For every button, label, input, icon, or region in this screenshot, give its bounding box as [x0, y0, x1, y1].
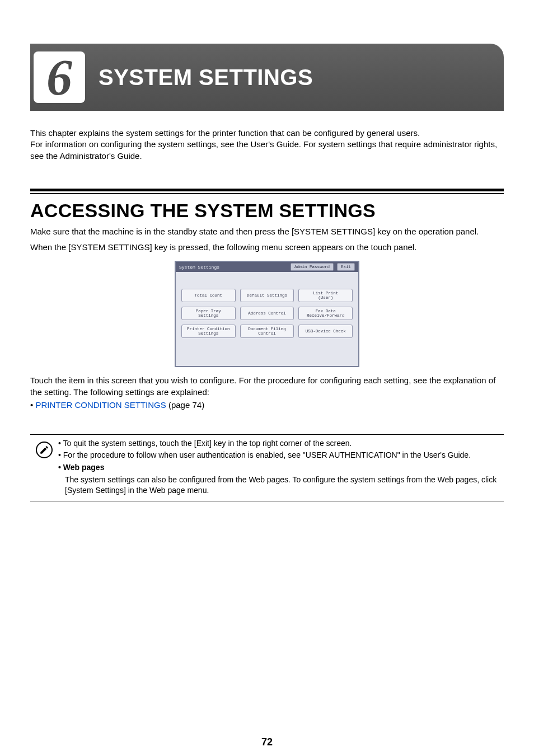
panel-header: System Settings Admin Password Exit — [176, 262, 358, 272]
note-bottom-rule — [30, 501, 504, 501]
intro-paragraph-1: This chapter explains the system setting… — [30, 128, 504, 139]
after-panel-paragraph: Touch the item in this screen that you w… — [30, 375, 504, 398]
link-page-ref: (page 74) — [166, 400, 204, 410]
panel-header-title: System Settings — [179, 265, 219, 270]
section-divider — [30, 189, 504, 194]
exit-button[interactable]: Exit — [337, 263, 355, 271]
note-icon — [36, 442, 53, 458]
bullet-line: • PRINTER CONDITION SETTINGS (page 74) — [30, 400, 504, 410]
section-paragraph-1: Make sure that the machine is in the sta… — [30, 226, 504, 237]
panel-button-total-count[interactable]: Total Count — [181, 289, 236, 302]
page-number: 72 — [30, 736, 504, 748]
note-box: • To quit the system settings, touch the… — [30, 434, 504, 501]
panel-button-document-filing[interactable]: Document FilingControl — [240, 325, 294, 338]
chapter-number: 6 — [46, 51, 72, 103]
note-bullet-1: • To quit the system settings, touch the… — [58, 438, 504, 449]
touch-panel-figure: System Settings Admin Password Exit Tota… — [175, 261, 359, 367]
note-bullet-2: • For the procedure to follow when user … — [58, 450, 504, 461]
panel-button-usb-device-check[interactable]: USB-Device Check — [298, 325, 353, 338]
printer-condition-link[interactable]: PRINTER CONDITION SETTINGS — [35, 400, 166, 410]
panel-button-printer-condition[interactable]: Printer ConditionSettings — [181, 325, 236, 338]
panel-button-list-print[interactable]: List Print(User) — [298, 289, 353, 302]
panel-button-address-control[interactable]: Address Control — [240, 307, 294, 320]
intro-block: This chapter explains the system setting… — [30, 128, 504, 162]
chapter-number-box: 6 — [34, 51, 85, 103]
admin-password-button[interactable]: Admin Password — [291, 263, 334, 271]
intro-paragraph-2: For information on configuring the syste… — [30, 139, 504, 162]
section-paragraph-2: When the [SYSTEM SETTINGS] key is presse… — [30, 242, 504, 253]
panel-button-default-settings[interactable]: Default Settings — [240, 289, 294, 302]
note-bullet-3-label: • Web pages — [58, 462, 504, 473]
panel-body: Total Count Default Settings List Print(… — [176, 272, 358, 344]
chapter-header: 6 SYSTEM SETTINGS — [30, 44, 504, 111]
panel-button-paper-tray[interactable]: Paper TraySettings — [181, 307, 236, 320]
note-bullet-3-body: The system settings can also be configur… — [65, 475, 504, 496]
pencil-icon — [39, 445, 49, 455]
panel-button-fax-data[interactable]: Fax DataReceive/Forward — [298, 307, 353, 320]
section-title: ACCESSING THE SYSTEM SETTINGS — [30, 200, 504, 222]
chapter-title: SYSTEM SETTINGS — [99, 65, 313, 90]
bullet-prefix: • — [30, 400, 35, 410]
touch-panel: System Settings Admin Password Exit Tota… — [175, 261, 359, 367]
